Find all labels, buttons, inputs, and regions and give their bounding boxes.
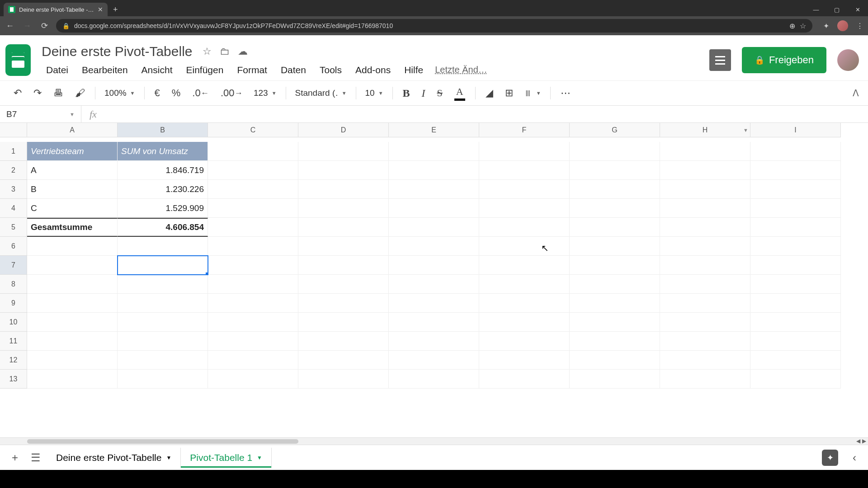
maximize-button[interactable]: ▢ <box>826 3 847 16</box>
cell-D9[interactable] <box>298 294 389 313</box>
menu-view[interactable]: Ansicht <box>135 63 179 77</box>
cell-E6[interactable] <box>389 237 479 256</box>
cell-D2[interactable] <box>298 161 389 180</box>
extensions-icon[interactable]: ✦ <box>823 22 829 30</box>
scroll-left-icon[interactable]: ◀ <box>856 438 860 444</box>
cell-B12[interactable] <box>118 351 208 370</box>
share-button[interactable]: 🔒 Freigeben <box>742 47 826 73</box>
cell-A5[interactable]: Gesamtsumme <box>27 218 118 237</box>
cell-C1[interactable] <box>208 142 298 161</box>
cell-B8[interactable] <box>118 275 208 294</box>
cell-D4[interactable] <box>298 199 389 218</box>
row-header-1[interactable]: 1 <box>0 142 27 161</box>
cell-C10[interactable] <box>208 313 298 332</box>
add-sheet-button[interactable]: + <box>5 448 24 468</box>
cell-F5[interactable] <box>479 218 570 237</box>
cell-H11[interactable] <box>660 332 750 351</box>
sheet-tab-2[interactable]: Pivot-Tabelle 1 ▼ <box>181 448 272 468</box>
cell-H7[interactable] <box>660 256 750 275</box>
cell-H9[interactable] <box>660 294 750 313</box>
move-doc-icon[interactable]: 🗀 <box>220 46 230 57</box>
chevron-down-icon[interactable]: ▼ <box>743 127 748 133</box>
cell-G5[interactable] <box>570 218 660 237</box>
col-header-G[interactable]: G <box>570 123 660 137</box>
forward-button[interactable]: → <box>22 21 33 31</box>
cell-D3[interactable] <box>298 180 389 199</box>
cell-A7[interactable] <box>27 256 118 275</box>
percent-button[interactable]: % <box>167 84 185 102</box>
cell-A6[interactable] <box>27 237 118 256</box>
cell-H12[interactable] <box>660 351 750 370</box>
cell-I9[interactable] <box>750 294 841 313</box>
increase-decimal-button[interactable]: .00→ <box>216 84 247 102</box>
cloud-status-icon[interactable]: ☁ <box>238 46 248 57</box>
cell-I13[interactable] <box>750 370 841 389</box>
cell-A8[interactable] <box>27 275 118 294</box>
row-header-13[interactable]: 13 <box>0 370 27 389</box>
text-color-button[interactable]: A <box>450 83 470 103</box>
row-header-9[interactable]: 9 <box>0 294 27 313</box>
profile-avatar-small[interactable] <box>837 20 848 31</box>
col-header-A[interactable]: A <box>27 123 118 137</box>
col-header-F[interactable]: F <box>479 123 570 137</box>
number-format-select[interactable]: 123 ▼ <box>250 86 280 100</box>
horizontal-scrollbar[interactable]: ◀ ▶ <box>0 437 868 445</box>
cell-C4[interactable] <box>208 199 298 218</box>
cell-H13[interactable] <box>660 370 750 389</box>
cell-G1[interactable] <box>570 142 660 161</box>
cell-F8[interactable] <box>479 275 570 294</box>
cell-C7[interactable] <box>208 256 298 275</box>
cell-G13[interactable] <box>570 370 660 389</box>
col-header-D[interactable]: D <box>298 123 389 137</box>
cell-E3[interactable] <box>389 180 479 199</box>
cell-D1[interactable] <box>298 142 389 161</box>
menu-help[interactable]: Hilfe <box>398 63 429 77</box>
menu-edit[interactable]: Bearbeiten <box>75 63 134 77</box>
new-tab-button[interactable]: + <box>108 5 123 14</box>
formula-input[interactable] <box>105 109 868 119</box>
close-window-button[interactable]: ✕ <box>847 3 868 16</box>
cell-C8[interactable] <box>208 275 298 294</box>
fill-color-button[interactable]: ◢ <box>481 84 498 102</box>
account-avatar[interactable] <box>837 49 859 71</box>
col-header-E[interactable]: E <box>389 123 479 137</box>
cell-F9[interactable] <box>479 294 570 313</box>
currency-button[interactable]: € <box>150 84 165 102</box>
strikethrough-button[interactable]: S <box>433 84 447 102</box>
star-icon[interactable]: ☆ <box>800 22 806 30</box>
menu-file[interactable]: Datei <box>40 63 75 77</box>
cell-A4[interactable]: C <box>27 199 118 218</box>
row-header-2[interactable]: 2 <box>0 161 27 180</box>
cell-I10[interactable] <box>750 313 841 332</box>
cell-D10[interactable] <box>298 313 389 332</box>
cell-C5[interactable] <box>208 218 298 237</box>
cell-E4[interactable] <box>389 199 479 218</box>
menu-data[interactable]: Daten <box>274 63 312 77</box>
col-header-B[interactable]: B <box>118 123 208 137</box>
cell-G6[interactable] <box>570 237 660 256</box>
cell-B4[interactable]: 1.529.909 <box>118 199 208 218</box>
row-header-4[interactable]: 4 <box>0 199 27 218</box>
cell-C12[interactable] <box>208 351 298 370</box>
font-size-select[interactable]: 10 ▼ <box>362 86 387 100</box>
cell-E13[interactable] <box>389 370 479 389</box>
sheet-tab-1[interactable]: Deine erste Pivot-Tabelle ▼ <box>47 448 181 468</box>
cell-C6[interactable] <box>208 237 298 256</box>
cell-H2[interactable] <box>660 161 750 180</box>
cell-B11[interactable] <box>118 332 208 351</box>
cell-B9[interactable] <box>118 294 208 313</box>
merge-cells-button[interactable]: ⫼▼ <box>520 86 545 100</box>
cell-H8[interactable] <box>660 275 750 294</box>
cell-B13[interactable] <box>118 370 208 389</box>
cell-B7[interactable] <box>118 256 208 275</box>
cell-E1[interactable] <box>389 142 479 161</box>
row-header-8[interactable]: 8 <box>0 275 27 294</box>
paint-format-button[interactable]: 🖌 <box>71 84 90 102</box>
row-header-12[interactable]: 12 <box>0 351 27 370</box>
cell-G4[interactable] <box>570 199 660 218</box>
cell-B6[interactable] <box>118 237 208 256</box>
back-button[interactable]: ← <box>5 21 15 31</box>
url-box[interactable]: 🔒 docs.google.com/spreadsheets/d/1nVxVrV… <box>56 19 812 33</box>
row-header-10[interactable]: 10 <box>0 313 27 332</box>
chevron-down-icon[interactable]: ▼ <box>257 455 262 461</box>
